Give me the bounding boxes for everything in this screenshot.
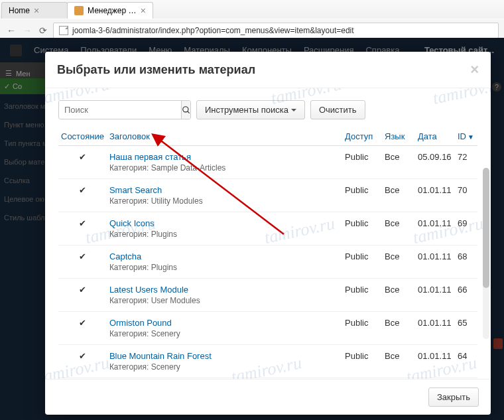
url-text: joomla-3-6/administrator/index.php?optio… [72, 26, 354, 35]
clear-button[interactable]: Очистить [310, 100, 365, 119]
browser-tab-active[interactable]: Менеджер меню: Созда... × [67, 2, 153, 19]
col-lang[interactable]: Язык [382, 127, 415, 146]
cell-access: Public [342, 279, 382, 312]
button-label: Инструменты поиска [205, 105, 288, 115]
cell-access: Public [342, 312, 382, 345]
search-button[interactable] [181, 101, 191, 119]
cell-access: Public [342, 245, 382, 279]
status-published-icon[interactable]: ✔ [58, 212, 107, 245]
cell-access: Public [342, 179, 382, 212]
cell-id: 62 [455, 378, 477, 380]
status-published-icon[interactable]: ✔ [58, 378, 107, 380]
close-icon[interactable]: × [34, 6, 39, 15]
cell-lang: Все [382, 312, 415, 345]
close-icon[interactable]: × [141, 6, 146, 15]
modal-footer: Закрыть [45, 379, 491, 415]
cell-access: Public [342, 146, 382, 179]
cell-id: 68 [455, 245, 477, 279]
table-row: ✔ContentКатегория: PluginsPublicВсе01.01… [58, 378, 477, 380]
button-label: Очистить [319, 105, 357, 115]
cell-id: 70 [455, 179, 477, 212]
cell-id: 72 [455, 146, 477, 179]
cell-title: Blue Mountain Rain ForestКатегория: Scen… [107, 345, 342, 378]
cell-title: CaptchaКатегория: Plugins [107, 245, 342, 279]
cell-date: 01.01.11 [415, 279, 455, 312]
cell-title: Ormiston PoundКатегория: Scenery [107, 312, 342, 345]
cell-lang: Все [382, 212, 415, 245]
cell-id: 66 [455, 279, 477, 312]
table-row: ✔CaptchaКатегория: PluginsPublicВсе01.01… [58, 245, 477, 279]
cell-date: 01.01.11 [415, 245, 455, 279]
cell-id: 64 [455, 345, 477, 378]
cell-lang: Все [382, 345, 415, 378]
status-published-icon[interactable]: ✔ [58, 312, 107, 345]
cell-lang: Все [382, 146, 415, 179]
status-published-icon[interactable]: ✔ [58, 345, 107, 378]
cell-access: Public [342, 345, 382, 378]
cell-id: 69 [455, 212, 477, 245]
tab-title: Home [9, 6, 30, 15]
article-category: Категория: Scenery [109, 362, 340, 372]
status-published-icon[interactable]: ✔ [58, 179, 107, 212]
cell-date: 01.01.11 [415, 378, 455, 380]
article-category: Категория: Scenery [109, 329, 340, 338]
article-category: Категория: Plugins [109, 230, 340, 239]
close-icon[interactable]: × [470, 61, 479, 78]
tab-title: Менеджер меню: Созда... [88, 6, 137, 15]
article-link[interactable]: Ormiston Pound [109, 318, 340, 328]
cell-title: Quick IconsКатегория: Plugins [107, 212, 342, 245]
svg-point-0 [183, 106, 188, 111]
cell-lang: Все [382, 179, 415, 212]
back-icon[interactable]: ← [5, 25, 17, 36]
status-published-icon[interactable]: ✔ [58, 146, 107, 179]
article-link[interactable]: Наша первая статья [109, 152, 340, 162]
modal-body: Инструменты поиска Очистить Состояние За… [45, 88, 491, 379]
favicon-icon [74, 6, 84, 15]
forward-icon[interactable]: → [21, 25, 33, 36]
close-button[interactable]: Закрыть [428, 387, 479, 407]
articles-table: Состояние Заголовок Доступ Язык Дата ID▼… [58, 127, 477, 379]
scrollbar-thumb[interactable] [483, 168, 489, 288]
browser-tab-home[interactable]: Home × [1, 2, 68, 19]
search-wrap [58, 100, 191, 119]
article-link[interactable]: Smart Search [109, 185, 340, 195]
browser-chrome: Home × Менеджер меню: Созда... × ← → ⟳ j… [0, 0, 504, 42]
page-icon [59, 26, 68, 35]
article-category: Категория: Plugins [109, 263, 340, 272]
col-state[interactable]: Состояние [58, 127, 107, 146]
url-input[interactable]: joomla-3-6/administrator/index.php?optio… [53, 23, 499, 38]
modal-header: Выбрать или изменить материал × [45, 52, 491, 88]
article-link[interactable]: Blue Mountain Rain Forest [109, 351, 340, 361]
article-link[interactable]: Quick Icons [109, 218, 340, 228]
article-link[interactable]: Captcha [109, 251, 340, 261]
col-date[interactable]: Дата [415, 127, 455, 146]
search-toolbar: Инструменты поиска Очистить [58, 100, 477, 119]
sort-desc-icon: ▼ [468, 133, 474, 141]
cell-lang: Все [382, 279, 415, 312]
article-picker-modal: Выбрать или изменить материал × Инструме… [45, 52, 491, 415]
cell-title: ContentКатегория: Plugins [107, 378, 342, 380]
cell-lang: Все [382, 245, 415, 279]
col-title[interactable]: Заголовок [107, 127, 342, 146]
cell-access: Public [342, 378, 382, 380]
article-category: Категория: Utility Modules [109, 196, 340, 206]
caret-down-icon [291, 109, 296, 114]
cell-lang: Все [382, 378, 415, 380]
search-input[interactable] [59, 101, 181, 119]
status-published-icon[interactable]: ✔ [58, 279, 107, 312]
search-tools-button[interactable]: Инструменты поиска [196, 100, 305, 119]
article-link[interactable]: Latest Users Module [109, 285, 340, 295]
reload-icon[interactable]: ⟳ [37, 25, 49, 36]
status-published-icon[interactable]: ✔ [58, 245, 107, 279]
table-row: ✔Latest Users ModuleКатегория: User Modu… [58, 279, 477, 312]
table-row: ✔Quick IconsКатегория: PluginsPublicВсе0… [58, 212, 477, 245]
cell-title: Latest Users ModuleКатегория: User Modul… [107, 279, 342, 312]
cell-date: 01.01.11 [415, 345, 455, 378]
cell-access: Public [342, 212, 382, 245]
scrollbar[interactable] [483, 168, 489, 339]
table-row: ✔Наша первая статьяКатегория: Sample Dat… [58, 146, 477, 179]
article-category: Категория: User Modules [109, 296, 340, 305]
col-access[interactable]: Доступ [342, 127, 382, 146]
search-icon [182, 105, 191, 115]
col-id[interactable]: ID▼ [455, 127, 477, 146]
